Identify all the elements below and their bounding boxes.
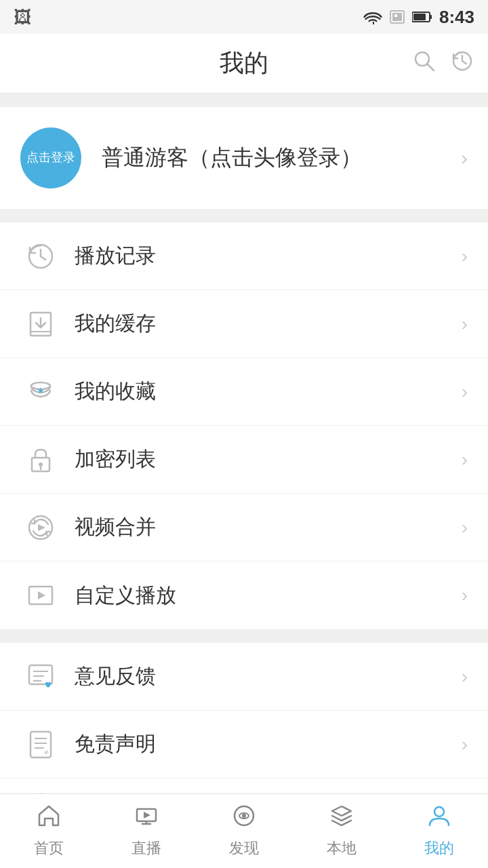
status-bar: 🖼 8:43 xyxy=(0,0,488,34)
profile-username: 普通游客（点击头像登录） xyxy=(102,143,461,173)
history-icon[interactable] xyxy=(450,49,474,79)
live-nav-label: 直播 xyxy=(131,838,161,859)
encrypted-list-icon xyxy=(20,439,61,480)
content-area: 点击登录 普通游客（点击头像登录） › 播放记录 › xyxy=(0,94,488,868)
svg-rect-26 xyxy=(30,732,51,757)
menu-label-my-favorites: 我的收藏 xyxy=(75,378,462,406)
nav-item-mine[interactable]: 我的 xyxy=(390,794,488,868)
page-title: 我的 xyxy=(220,47,268,80)
nav-item-local[interactable]: 本地 xyxy=(293,794,390,868)
feedback-icon xyxy=(20,656,61,697)
home-nav-icon xyxy=(37,804,61,834)
my-favorites-icon xyxy=(20,372,61,412)
sim-icon xyxy=(389,9,405,24)
disclaimer-icon xyxy=(20,724,61,765)
svg-marker-20 xyxy=(38,591,45,599)
svg-rect-4 xyxy=(430,15,432,19)
menu-item-encrypted-list[interactable]: 加密列表 › xyxy=(0,426,488,494)
menu-label-custom-play: 自定义播放 xyxy=(75,582,462,610)
menu-label-video-merge: 视频合并 xyxy=(75,513,462,541)
my-favorites-chevron-icon: › xyxy=(462,381,468,403)
svg-marker-32 xyxy=(144,812,150,818)
my-cache-icon xyxy=(20,304,61,344)
menu-item-feedback[interactable]: 意见反馈 › xyxy=(0,643,488,711)
svg-rect-5 xyxy=(413,14,426,20)
disclaimer-chevron-icon: › xyxy=(462,734,468,755)
menu-label-feedback: 意见反馈 xyxy=(75,663,462,690)
time-display: 8:43 xyxy=(439,7,474,28)
live-nav-icon xyxy=(134,804,159,834)
menu-item-play-history[interactable]: 播放记录 › xyxy=(0,222,488,290)
custom-play-chevron-icon: › xyxy=(462,585,468,606)
play-history-icon xyxy=(20,236,61,277)
my-cache-chevron-icon: › xyxy=(462,313,468,335)
menu-label-encrypted-list: 加密列表 xyxy=(75,446,462,473)
menu-label-my-cache: 我的缓存 xyxy=(75,310,462,338)
mine-nav-label: 我的 xyxy=(424,838,454,859)
gallery-icon: 🖼 xyxy=(14,7,31,28)
profile-row[interactable]: 点击登录 普通游客（点击头像登录） › xyxy=(0,107,488,209)
svg-point-6 xyxy=(415,52,429,66)
status-right: 8:43 xyxy=(363,7,474,28)
battery-icon xyxy=(412,11,432,23)
menu-item-custom-play[interactable]: 自定义播放 › xyxy=(0,561,488,629)
encrypted-list-chevron-icon: › xyxy=(462,449,468,471)
search-icon[interactable] xyxy=(412,49,436,79)
wifi-icon xyxy=(363,9,382,24)
svg-rect-2 xyxy=(394,14,397,17)
nav-item-discover[interactable]: 发现 xyxy=(195,794,293,868)
menu-label-play-history: 播放记录 xyxy=(75,242,462,270)
menu-item-disclaimer[interactable]: 免责声明 › xyxy=(0,711,488,778)
profile-card: 点击登录 普通游客（点击头像登录） › xyxy=(0,107,488,209)
svg-line-7 xyxy=(428,64,434,71)
home-nav-label: 首页 xyxy=(34,838,64,859)
menu-label-disclaimer: 免责声明 xyxy=(75,730,462,758)
mine-nav-icon xyxy=(427,804,451,834)
svg-rect-1 xyxy=(392,13,402,21)
avatar: 点击登录 xyxy=(20,127,81,189)
video-merge-chevron-icon: › xyxy=(462,517,468,538)
discover-nav-label: 发现 xyxy=(229,838,259,859)
svg-point-38 xyxy=(434,807,444,816)
menu-item-my-cache[interactable]: 我的缓存 › xyxy=(0,290,488,358)
top-nav: 我的 xyxy=(0,34,488,94)
local-nav-label: 本地 xyxy=(327,838,357,859)
top-nav-actions xyxy=(412,49,474,79)
nav-item-home[interactable]: 首页 xyxy=(0,794,98,868)
menu-item-video-merge[interactable]: 视频合并 › xyxy=(0,494,488,561)
discover-nav-icon xyxy=(232,804,256,834)
local-nav-icon xyxy=(329,804,354,834)
custom-play-icon xyxy=(20,575,61,616)
bottom-nav: 首页 直播 发现 xyxy=(0,793,488,868)
svg-marker-18 xyxy=(38,524,45,531)
play-history-chevron-icon: › xyxy=(462,245,468,267)
profile-chevron-icon: › xyxy=(461,146,468,170)
status-left: 🖼 xyxy=(14,7,31,28)
menu-item-my-favorites[interactable]: 我的收藏 › xyxy=(0,358,488,426)
menu-group-1: 播放记录 › 我的缓存 › xyxy=(0,222,488,629)
feedback-chevron-icon: › xyxy=(462,666,468,688)
video-merge-icon xyxy=(20,507,61,548)
nav-item-live[interactable]: 直播 xyxy=(98,794,195,868)
svg-point-37 xyxy=(242,814,246,818)
